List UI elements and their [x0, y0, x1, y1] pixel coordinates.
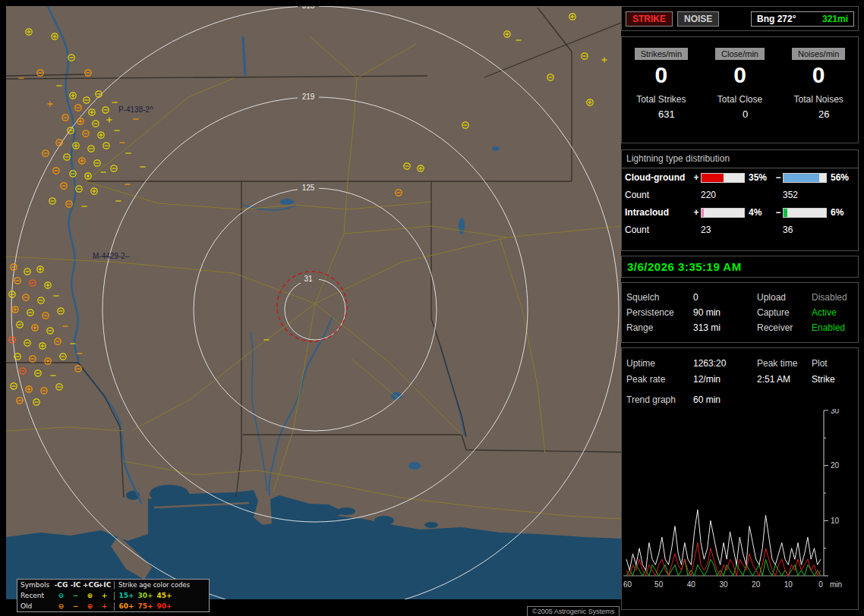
legend-age-code: 45+ — [155, 590, 174, 601]
legend-header-row: Symbols -CG -IC +CG +IC Strike age color… — [17, 580, 209, 590]
rate-counters: Strikes/min 0 Total Strikes 631 Close/mi… — [621, 36, 859, 143]
strikes-per-min-badge[interactable]: Strikes/min — [635, 48, 688, 60]
station-label: P-4138-2^ — [118, 105, 153, 114]
cloud-ground-count-row: Count 220 352 — [622, 187, 858, 203]
plot-value: Strike — [812, 374, 854, 385]
peak-time-value: 2:51 AM — [757, 374, 812, 385]
x-tick-label: 0 — [818, 580, 823, 589]
plus-sign: + — [692, 172, 701, 183]
distribution-title: Lightning type distribution — [622, 150, 858, 168]
legend-age-label: Old — [17, 601, 54, 611]
legend-col-neg-cg: -CG — [54, 580, 68, 590]
total-strikes-label: Total Strikes — [622, 94, 701, 105]
trend-graph-row: Trend graph 60 min — [626, 391, 853, 408]
uptime-row: Uptime 1263:20 Peak time Plot — [626, 355, 853, 371]
x-tick-label: 50 — [654, 580, 664, 589]
trend-series-noises — [626, 559, 821, 576]
total-noises-value: 26 — [779, 108, 858, 120]
legend-divider — [114, 581, 115, 589]
x-tick-label: 30 — [719, 580, 728, 589]
legend-strike-symbol: ⊕ — [83, 590, 97, 601]
noises-per-min-badge[interactable]: Noises/min — [792, 48, 845, 60]
legend-strike-symbol: + — [97, 601, 112, 611]
ic-plus-bar — [701, 208, 745, 218]
y-tick-label: 10 — [831, 517, 840, 525]
datetime-box: 3/6/2026 3:35:19 AM — [621, 256, 859, 278]
upload-label: Upload — [757, 292, 812, 303]
ic-plus-pct: 4% — [745, 207, 774, 218]
range-value: 313 mi — [693, 322, 757, 333]
trend-graph-label: Trend graph — [626, 394, 693, 405]
plus-sign: + — [692, 207, 701, 218]
legend-symbols-header: Symbols — [17, 580, 54, 590]
legend-strike-symbol: ⊖ — [54, 601, 68, 611]
strikes-per-min-value: 0 — [622, 63, 701, 87]
trend-series-strikes — [626, 510, 821, 570]
legend-divider — [114, 592, 115, 600]
symbol-legend: Symbols -CG -IC +CG +IC Strike age color… — [17, 579, 210, 612]
peak-rate-row: Peak rate 12/min 2:51 AM Strike — [626, 371, 853, 387]
ic-minus-count: 36 — [783, 225, 827, 235]
close-per-min-badge[interactable]: Close/min — [715, 48, 765, 60]
cloud-ground-row: Cloud-ground + 35% − 56% — [622, 168, 858, 187]
cg-plus-pct: 35% — [745, 172, 774, 183]
range-label: 219 — [302, 93, 315, 101]
legend-strike-symbol: − — [68, 590, 83, 601]
total-close-label: Total Close — [701, 94, 780, 105]
legend-col-pos-cg: +CG — [83, 580, 97, 590]
map-panel: 31321912531 P-4138-2^M-4429-2– Symbols -… — [6, 6, 621, 599]
persistence-value: 90 min — [693, 307, 757, 318]
minus-sign: − — [774, 207, 783, 218]
total-noises-label: Total Noises — [779, 94, 858, 105]
legend-age-code: 75+ — [136, 601, 155, 611]
bearing-range: 321mi — [822, 14, 848, 24]
intracloud-row: Intracloud + 4% − 6% — [622, 203, 858, 222]
cg-plus-count: 220 — [701, 190, 745, 200]
minus-sign: − — [774, 172, 783, 183]
legend-strike-symbol: ⊕ — [83, 601, 97, 611]
peak-time-label: Peak time — [757, 358, 812, 369]
y-tick-label: 20 — [831, 461, 840, 470]
capture-status: Active — [812, 307, 854, 318]
noises-per-min-value: 0 — [779, 63, 858, 87]
peak-rate-value: 12/min — [693, 374, 757, 385]
legend-strike-symbol: − — [68, 601, 83, 611]
lightning-distribution: Lightning type distribution Cloud-ground… — [621, 149, 859, 251]
cg-minus-count: 352 — [783, 190, 827, 200]
count-label: Count — [625, 190, 692, 200]
strikes-counter-column: Strikes/min 0 Total Strikes 631 — [622, 37, 701, 143]
persistence-label: Persistence — [626, 307, 693, 318]
copyright: ©2005 Astrogenic Systems — [527, 606, 620, 616]
total-close-value: 0 — [701, 108, 780, 120]
squelch-label: Squelch — [626, 292, 693, 303]
receiver-label: Receiver — [757, 322, 812, 333]
strike-button[interactable]: STRIKE — [626, 11, 673, 27]
cg-minus-bar — [783, 173, 827, 183]
legend-divider — [114, 602, 115, 611]
bearing-display: Bng 272° 321mi — [751, 11, 854, 27]
legend-strike-symbol: ⊖ — [54, 590, 68, 601]
legend-age-code: 30+ — [136, 590, 155, 601]
cg-minus-pct: 56% — [827, 172, 853, 183]
noises-counter-column: Noises/min 0 Total Noises 26 — [779, 37, 858, 143]
trend-graph-chart: 1020306050403020100min — [623, 409, 856, 600]
legend-row-old: Old⊖−⊕+60+75+90+ — [17, 601, 209, 611]
uptime-label: Uptime — [626, 358, 693, 369]
map-canvas[interactable]: 31321912531 P-4138-2^M-4429-2– — [6, 6, 621, 599]
noise-button[interactable]: NOISE — [677, 11, 719, 27]
range-label: Range — [626, 322, 693, 333]
range-label: 31 — [304, 275, 313, 283]
legend-col-neg-ic: -IC — [68, 580, 83, 590]
legend-age-label: Recent — [17, 590, 54, 601]
legend-strike-symbol: + — [97, 590, 112, 601]
x-tick-label: 60 — [623, 580, 632, 589]
squelch-value: 0 — [693, 292, 757, 303]
legend-row-recent: Recent⊖−⊕+15+30+45+ — [17, 590, 209, 601]
x-tick-label: 40 — [687, 580, 696, 589]
app-window: 31321912531 P-4138-2^M-4429-2– Symbols -… — [0, 0, 864, 616]
legend-age-header: Strike age color codes — [117, 580, 190, 590]
close-per-min-value: 0 — [701, 63, 780, 87]
mode-toolbar: STRIKE NOISE Bng 272° 321mi — [621, 6, 859, 31]
plot-label: Plot — [812, 358, 854, 369]
legend-age-code: 90+ — [155, 601, 174, 611]
